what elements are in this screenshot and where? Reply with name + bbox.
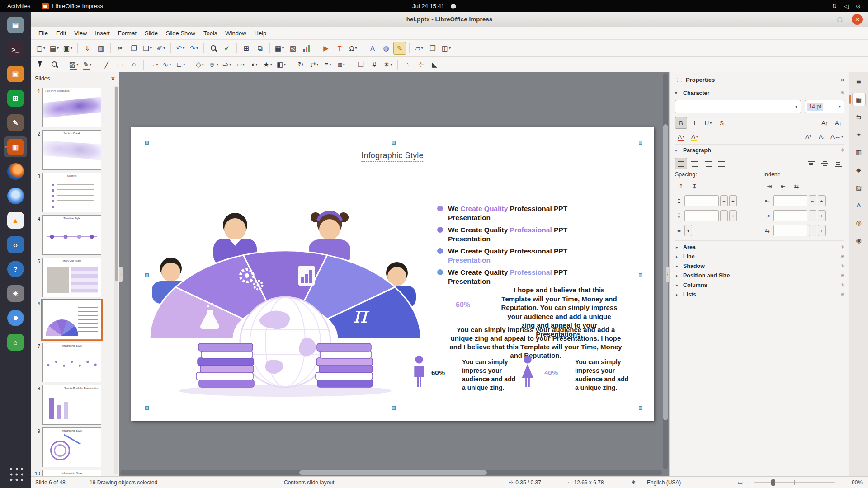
system-tray[interactable]: ⇅◁⊙ xyxy=(832,3,868,9)
callout-shapes-button[interactable]: ◖▾ xyxy=(248,58,260,71)
export-pdf-button[interactable]: ⇓ xyxy=(81,42,94,55)
selection-handle[interactable] xyxy=(639,273,642,277)
star-shapes-dropdown-icon[interactable]: ▾ xyxy=(270,62,272,66)
expand-section-icon[interactable]: ▸ xyxy=(676,292,680,297)
document-modified-icon[interactable]: ✱ xyxy=(627,477,642,488)
dock-files[interactable]: ▣ xyxy=(4,63,27,84)
section-paragraph-header[interactable]: ▾ Paragraph ✳ xyxy=(675,144,844,156)
slide-thumbnail-preview[interactable]: Timeline Style xyxy=(42,215,101,255)
basic-shapes-button[interactable]: ◇▾ xyxy=(193,58,206,71)
new-slide-dropdown-icon[interactable]: ▾ xyxy=(421,46,423,50)
new-slide-button[interactable]: ▱▾ xyxy=(413,42,425,55)
slide-mid-percentage[interactable]: 60% xyxy=(456,301,470,309)
slide-title-text[interactable]: Infographic Style xyxy=(361,151,423,162)
block-arrows-dropdown-icon[interactable]: ▾ xyxy=(229,62,231,66)
selection-handle[interactable] xyxy=(639,141,642,145)
slide-thumbnail-7[interactable]: 7Infographic Style xyxy=(33,343,113,382)
filter-dropdown-icon[interactable]: ▾ xyxy=(390,62,392,66)
line-color-button[interactable]: ✎▾ xyxy=(81,58,94,71)
slide-thumbnail-preview[interactable]: Section Break xyxy=(42,130,101,170)
arrange-button[interactable]: ⧈▾ xyxy=(335,58,348,71)
strikethrough-button[interactable]: S̶ xyxy=(716,117,728,129)
copy-button[interactable]: ❐ xyxy=(127,42,140,55)
scrollbar-thumb[interactable] xyxy=(115,87,118,281)
bold-button[interactable]: B xyxy=(675,117,687,129)
decrease-font-size-button[interactable]: A↓ xyxy=(832,117,844,129)
redo-dropdown-icon[interactable]: ▾ xyxy=(196,46,198,50)
section-settings-icon[interactable]: ✳ xyxy=(841,273,844,278)
slides-panel-scrollbar[interactable] xyxy=(114,86,118,474)
slides-panel-close-icon[interactable]: × xyxy=(111,75,115,82)
dock-gimp[interactable]: ✎ xyxy=(4,112,27,133)
scrollbar-thumb[interactable] xyxy=(299,470,487,475)
slide-thumbnail-preview[interactable]: Nothing xyxy=(42,173,101,212)
connectors-dropdown-icon[interactable]: ▾ xyxy=(183,62,185,66)
select-button[interactable] xyxy=(34,58,47,71)
insert-table-dropdown-icon[interactable]: ▾ xyxy=(282,46,284,50)
menu-help[interactable]: Help xyxy=(250,28,271,38)
insert-image-button[interactable]: ▧ xyxy=(287,42,299,55)
align-middle-button[interactable] xyxy=(819,158,831,169)
toggle-3d-button[interactable]: ◣ xyxy=(428,58,441,71)
star-shapes-button[interactable]: ★▾ xyxy=(261,58,274,71)
slide-thumbnail-preview[interactable]: Free PPT Templates xyxy=(42,88,101,127)
decrease-paragraph-spacing-button[interactable]: ↧ xyxy=(689,180,701,192)
first-line-indent-increase[interactable]: + xyxy=(818,225,826,236)
stat-text-1[interactable]: You can simply impress your audience and… xyxy=(462,358,518,392)
slide-layout-dropdown-icon[interactable]: ▾ xyxy=(449,46,451,50)
find-replace-button[interactable] xyxy=(207,42,220,55)
sidebar-tab-navigator[interactable]: ◎ xyxy=(852,216,866,230)
first-line-indent-decrease[interactable]: − xyxy=(809,225,816,236)
spacing-below-paragraph-decrease[interactable]: − xyxy=(720,210,728,221)
font-size-dropdown-icon[interactable]: ▾ xyxy=(835,100,844,113)
slide-paragraph-2[interactable]: You can simply impress your audience and… xyxy=(447,325,624,360)
slide-bullet-list[interactable]: We Create Quality Professional PPTPresen… xyxy=(437,204,586,289)
slide-editing-area[interactable]: π Infographic Style We Create Quality Pr… xyxy=(131,127,654,421)
selection-handle[interactable] xyxy=(145,141,149,145)
menu-window[interactable]: Window xyxy=(221,28,250,38)
status-slide-number[interactable]: Slide 6 of 48 xyxy=(31,477,85,488)
italic-button[interactable]: I xyxy=(689,117,701,129)
insert-special-character-dropdown-icon[interactable]: ▾ xyxy=(355,46,357,50)
spelling-button[interactable]: ✔ xyxy=(221,42,233,55)
filter-button[interactable]: ✶▾ xyxy=(382,58,394,71)
zoom-percentage[interactable]: 90% xyxy=(845,479,863,486)
zoom-pan-button[interactable] xyxy=(48,58,61,71)
menu-tools[interactable]: Tools xyxy=(199,28,221,38)
curves-polygons-button[interactable]: ∿▾ xyxy=(160,58,173,71)
expand-section-icon[interactable]: ▸ xyxy=(676,273,680,278)
sidebar-tab-accessibility-check[interactable]: ◉ xyxy=(852,234,866,247)
focused-app-menu[interactable]: LibreOffice Impress xyxy=(38,3,107,9)
slide-thumbnail-5[interactable]: 5Meet Our Team xyxy=(33,258,113,297)
snap-guides-button[interactable]: ⧉ xyxy=(254,42,266,55)
indent-after-text-decrease[interactable]: − xyxy=(809,210,816,221)
symbol-shapes-dropdown-icon[interactable]: ▾ xyxy=(217,62,218,66)
sidebar-tab-slide-transition[interactable]: ⇆ xyxy=(852,110,866,124)
cut-button[interactable]: ✂ xyxy=(114,42,127,55)
font-color-dropdown-icon[interactable]: ▾ xyxy=(683,135,684,139)
selection-handle[interactable] xyxy=(145,406,149,410)
align-top-button[interactable] xyxy=(805,158,817,169)
panel-splitter-left[interactable]: ⋮ xyxy=(119,267,123,282)
basic-shapes-dropdown-icon[interactable]: ▾ xyxy=(202,62,204,66)
indent-after-text-increase[interactable]: + xyxy=(818,210,826,221)
clock-menu[interactable]: Jul 24 15:41 xyxy=(412,3,456,9)
status-language[interactable]: English (USA) xyxy=(642,477,732,488)
sidebar-tab-styles[interactable]: A xyxy=(852,198,866,212)
align-objects-button[interactable]: ≡▾ xyxy=(321,58,334,71)
selection-handle[interactable] xyxy=(639,406,642,410)
zoom-in-button[interactable]: + xyxy=(838,479,842,486)
expand-section-icon[interactable]: ▸ xyxy=(676,264,680,268)
indent-before-text-decrease[interactable]: − xyxy=(809,195,816,206)
panel-splitter-right[interactable]: ⋮ xyxy=(666,267,669,282)
increase-paragraph-spacing-button[interactable]: ↥ xyxy=(675,180,687,192)
maximize-button[interactable]: ▢ xyxy=(835,14,845,25)
slide-thumbnail-6[interactable]: 6 xyxy=(33,300,113,340)
section-settings-icon[interactable]: ✳ xyxy=(841,282,844,287)
slide-canvas[interactable]: ⋮ ⋮ xyxy=(119,72,669,476)
menu-view[interactable]: View xyxy=(70,28,91,38)
minimize-button[interactable]: − xyxy=(817,14,828,25)
zoom-out-button[interactable]: − xyxy=(746,479,750,486)
indent-before-text-input[interactable] xyxy=(773,195,807,206)
section-shadow[interactable]: ▸Shadow✳ xyxy=(675,261,844,271)
